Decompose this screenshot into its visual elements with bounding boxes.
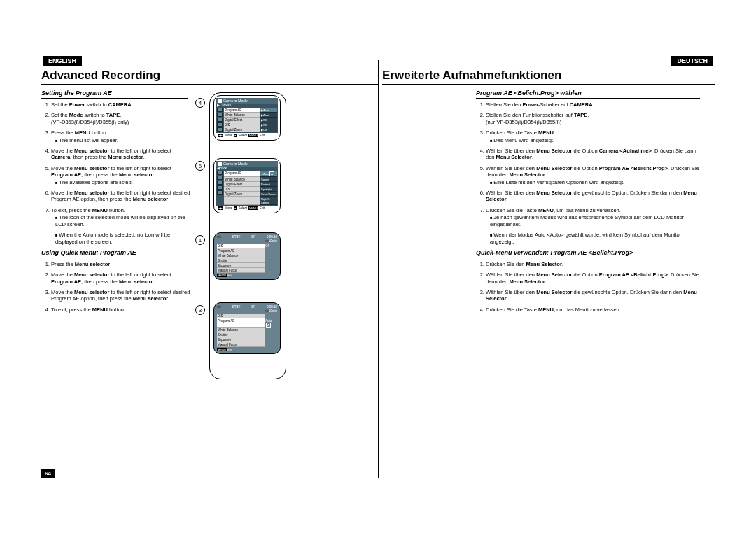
step: Move the Menu selector to the left or ri…: [51, 165, 191, 185]
section-program-ae-de: Program AE <Belicht.Prog> wählen: [476, 90, 700, 99]
step: Press the MENU button. The menu list wil…: [51, 129, 191, 143]
step: Wählen Sie über den Menu Selector die Op…: [486, 272, 703, 285]
lcd-screenshot-quick3: 📼STBYSP0:00:10 📼 60min DIS Program AEAut…: [214, 302, 281, 354]
title-right: Erweiterte Aufnahmefunktionen: [382, 69, 715, 85]
step: Wählen Sie über den Menu Selector die ge…: [486, 190, 703, 203]
step: Move the Menu selector to the left or ri…: [51, 289, 191, 302]
step: Stellen Sie den Funktionsschalter auf TA…: [486, 112, 703, 125]
right-column: DEUTSCH Erweiterte Aufnahmefunktionen Pr…: [378, 56, 715, 478]
step: Set the Power switch to CAMERA.: [51, 101, 191, 108]
step: Move the Menu selector to the left or ri…: [51, 272, 191, 285]
step: Drücken Sie die Taste MENU, um das Menü …: [486, 307, 703, 313]
step-marker-4-icon: 4: [195, 98, 205, 108]
camera-icon: [218, 162, 222, 166]
step: Set the Mode switch to TAPE.(VP-D353(i)/…: [51, 112, 191, 125]
step: Drücken Sie die Taste MENU, um das Menü …: [486, 207, 703, 245]
section-setting-program-ae: Setting the Program AE: [41, 90, 188, 99]
steps-left-1: Set the Power switch to CAMERA. Set the …: [51, 101, 191, 245]
step: Drücken Sie den Menu Selector.: [486, 261, 703, 267]
step: Wählen Sie über den Menu Selector die Op…: [486, 148, 703, 161]
title-left: Advanced Recording: [41, 69, 378, 85]
step: Wählen Sie über den Menu Selector die ge…: [486, 289, 703, 302]
section-quick-menu-de: Quick-Menü verwenden: Program AE <Belich…: [476, 249, 700, 258]
step: Wählen Sie über den Menu Selector die Op…: [486, 165, 703, 185]
step-marker-6-icon: 6: [195, 161, 205, 171]
step: Drücken Sie die Taste MENU. Das Menü wir…: [486, 129, 703, 143]
step-marker-3-icon: 3: [195, 305, 205, 315]
page-number: 64: [41, 469, 55, 478]
manual-page: ENGLISH Advanced Recording Setting the P…: [41, 56, 715, 478]
steps-right-2: Drücken Sie den Menu Selector. Wählen Si…: [486, 261, 703, 313]
section-quick-menu: Using Quick Menu: Program AE: [41, 249, 188, 258]
step: Stellen Sie den Power-Schalter auf CAMER…: [486, 101, 703, 108]
lang-tag-english: ENGLISH: [43, 56, 82, 66]
step: Press the Menu selector.: [51, 261, 191, 267]
steps-right-1: Stellen Sie den Power-Schalter auf CAMER…: [486, 101, 703, 245]
camera-icon: [218, 99, 222, 103]
lcd-screenshot-submenu: Camera Mode ◀Back Program AE✓AutoA White…: [214, 158, 281, 213]
lcd-screenshot-menu: Camera Mode ▶Camera Program AE▶Auto Whit…: [214, 95, 281, 141]
step: Move the Menu selector to the left or ri…: [51, 148, 191, 161]
step: To exit, press the MENU button.: [51, 307, 191, 313]
lcd-screenshot-quick1: 📼STBYSP0:00:10 📼 60min DISOff Program AE…: [214, 232, 281, 280]
step: To exit, press the MENU button. The icon…: [51, 207, 191, 245]
steps-left-2: Press the Menu selector. Move the Menu s…: [51, 261, 191, 313]
lang-tag-deutsch: DEUTSCH: [671, 56, 713, 66]
left-column: ENGLISH Advanced Recording Setting the P…: [41, 56, 378, 478]
step: Move the Menu selector to the left or ri…: [51, 190, 191, 203]
step-marker-1-icon: 1: [195, 235, 205, 245]
